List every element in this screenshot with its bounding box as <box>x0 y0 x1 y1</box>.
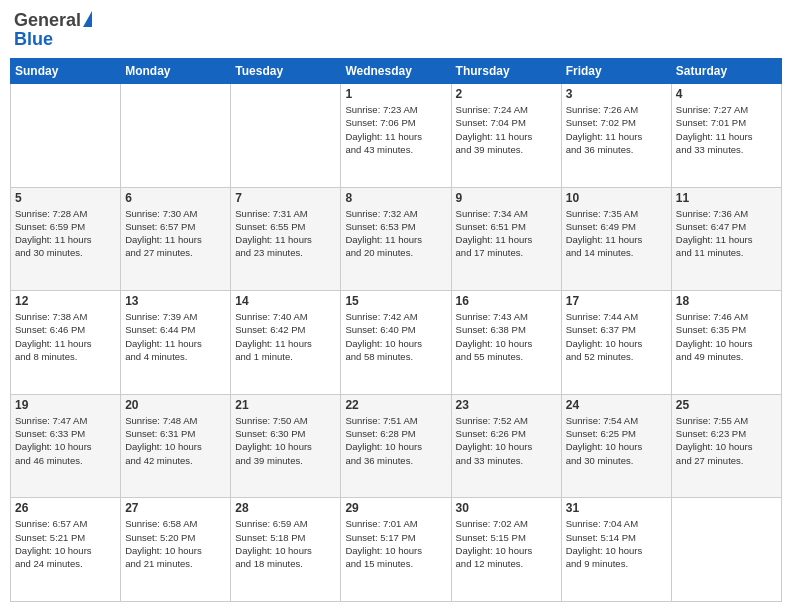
day-info: Sunrise: 7:36 AM Sunset: 6:47 PM Dayligh… <box>676 207 777 260</box>
day-number: 18 <box>676 294 777 308</box>
calendar-day-27: 27Sunrise: 6:58 AM Sunset: 5:20 PM Dayli… <box>121 498 231 602</box>
day-number: 7 <box>235 191 336 205</box>
calendar-day-12: 12Sunrise: 7:38 AM Sunset: 6:46 PM Dayli… <box>11 291 121 395</box>
day-number: 30 <box>456 501 557 515</box>
day-info: Sunrise: 7:23 AM Sunset: 7:06 PM Dayligh… <box>345 103 446 156</box>
day-info: Sunrise: 7:30 AM Sunset: 6:57 PM Dayligh… <box>125 207 226 260</box>
calendar-table: SundayMondayTuesdayWednesdayThursdayFrid… <box>10 58 782 602</box>
day-number: 17 <box>566 294 667 308</box>
empty-day-cell <box>121 84 231 188</box>
calendar-day-25: 25Sunrise: 7:55 AM Sunset: 6:23 PM Dayli… <box>671 394 781 498</box>
day-info: Sunrise: 7:55 AM Sunset: 6:23 PM Dayligh… <box>676 414 777 467</box>
day-number: 28 <box>235 501 336 515</box>
day-info: Sunrise: 7:24 AM Sunset: 7:04 PM Dayligh… <box>456 103 557 156</box>
day-info: Sunrise: 7:48 AM Sunset: 6:31 PM Dayligh… <box>125 414 226 467</box>
day-info: Sunrise: 7:02 AM Sunset: 5:15 PM Dayligh… <box>456 517 557 570</box>
page-header: General Blue <box>10 10 782 50</box>
calendar-week-row: 5Sunrise: 7:28 AM Sunset: 6:59 PM Daylig… <box>11 187 782 291</box>
day-number: 3 <box>566 87 667 101</box>
day-info: Sunrise: 7:38 AM Sunset: 6:46 PM Dayligh… <box>15 310 116 363</box>
empty-day-cell <box>231 84 341 188</box>
day-info: Sunrise: 7:31 AM Sunset: 6:55 PM Dayligh… <box>235 207 336 260</box>
day-number: 8 <box>345 191 446 205</box>
day-info: Sunrise: 7:27 AM Sunset: 7:01 PM Dayligh… <box>676 103 777 156</box>
day-number: 2 <box>456 87 557 101</box>
calendar-day-15: 15Sunrise: 7:42 AM Sunset: 6:40 PM Dayli… <box>341 291 451 395</box>
calendar-day-26: 26Sunrise: 6:57 AM Sunset: 5:21 PM Dayli… <box>11 498 121 602</box>
day-number: 25 <box>676 398 777 412</box>
day-number: 9 <box>456 191 557 205</box>
calendar-day-31: 31Sunrise: 7:04 AM Sunset: 5:14 PM Dayli… <box>561 498 671 602</box>
calendar-day-1: 1Sunrise: 7:23 AM Sunset: 7:06 PM Daylig… <box>341 84 451 188</box>
calendar-day-4: 4Sunrise: 7:27 AM Sunset: 7:01 PM Daylig… <box>671 84 781 188</box>
calendar-day-9: 9Sunrise: 7:34 AM Sunset: 6:51 PM Daylig… <box>451 187 561 291</box>
empty-day-cell <box>671 498 781 602</box>
day-info: Sunrise: 7:34 AM Sunset: 6:51 PM Dayligh… <box>456 207 557 260</box>
day-number: 19 <box>15 398 116 412</box>
calendar-day-8: 8Sunrise: 7:32 AM Sunset: 6:53 PM Daylig… <box>341 187 451 291</box>
calendar-day-23: 23Sunrise: 7:52 AM Sunset: 6:26 PM Dayli… <box>451 394 561 498</box>
calendar-day-21: 21Sunrise: 7:50 AM Sunset: 6:30 PM Dayli… <box>231 394 341 498</box>
calendar-day-16: 16Sunrise: 7:43 AM Sunset: 6:38 PM Dayli… <box>451 291 561 395</box>
calendar-day-13: 13Sunrise: 7:39 AM Sunset: 6:44 PM Dayli… <box>121 291 231 395</box>
calendar-week-row: 26Sunrise: 6:57 AM Sunset: 5:21 PM Dayli… <box>11 498 782 602</box>
calendar-day-7: 7Sunrise: 7:31 AM Sunset: 6:55 PM Daylig… <box>231 187 341 291</box>
day-number: 14 <box>235 294 336 308</box>
day-info: Sunrise: 7:01 AM Sunset: 5:17 PM Dayligh… <box>345 517 446 570</box>
calendar-day-30: 30Sunrise: 7:02 AM Sunset: 5:15 PM Dayli… <box>451 498 561 602</box>
day-number: 12 <box>15 294 116 308</box>
calendar-week-row: 12Sunrise: 7:38 AM Sunset: 6:46 PM Dayli… <box>11 291 782 395</box>
day-number: 21 <box>235 398 336 412</box>
day-info: Sunrise: 7:46 AM Sunset: 6:35 PM Dayligh… <box>676 310 777 363</box>
day-info: Sunrise: 6:58 AM Sunset: 5:20 PM Dayligh… <box>125 517 226 570</box>
day-number: 6 <box>125 191 226 205</box>
day-info: Sunrise: 7:42 AM Sunset: 6:40 PM Dayligh… <box>345 310 446 363</box>
day-number: 10 <box>566 191 667 205</box>
day-info: Sunrise: 7:26 AM Sunset: 7:02 PM Dayligh… <box>566 103 667 156</box>
logo-triangle-icon <box>83 11 92 27</box>
weekday-header-monday: Monday <box>121 59 231 84</box>
logo-general-text: General <box>14 10 81 31</box>
calendar-day-19: 19Sunrise: 7:47 AM Sunset: 6:33 PM Dayli… <box>11 394 121 498</box>
day-number: 26 <box>15 501 116 515</box>
weekday-header-sunday: Sunday <box>11 59 121 84</box>
calendar-day-29: 29Sunrise: 7:01 AM Sunset: 5:17 PM Dayli… <box>341 498 451 602</box>
day-info: Sunrise: 7:54 AM Sunset: 6:25 PM Dayligh… <box>566 414 667 467</box>
day-info: Sunrise: 7:50 AM Sunset: 6:30 PM Dayligh… <box>235 414 336 467</box>
calendar-day-17: 17Sunrise: 7:44 AM Sunset: 6:37 PM Dayli… <box>561 291 671 395</box>
day-info: Sunrise: 7:47 AM Sunset: 6:33 PM Dayligh… <box>15 414 116 467</box>
day-number: 5 <box>15 191 116 205</box>
weekday-header-wednesday: Wednesday <box>341 59 451 84</box>
calendar-day-11: 11Sunrise: 7:36 AM Sunset: 6:47 PM Dayli… <box>671 187 781 291</box>
day-info: Sunrise: 7:04 AM Sunset: 5:14 PM Dayligh… <box>566 517 667 570</box>
day-number: 24 <box>566 398 667 412</box>
calendar-day-22: 22Sunrise: 7:51 AM Sunset: 6:28 PM Dayli… <box>341 394 451 498</box>
logo: General Blue <box>14 10 92 50</box>
logo-blue-text: Blue <box>14 29 53 50</box>
calendar-day-3: 3Sunrise: 7:26 AM Sunset: 7:02 PM Daylig… <box>561 84 671 188</box>
empty-day-cell <box>11 84 121 188</box>
weekday-header-row: SundayMondayTuesdayWednesdayThursdayFrid… <box>11 59 782 84</box>
day-info: Sunrise: 7:32 AM Sunset: 6:53 PM Dayligh… <box>345 207 446 260</box>
calendar-day-24: 24Sunrise: 7:54 AM Sunset: 6:25 PM Dayli… <box>561 394 671 498</box>
day-number: 20 <box>125 398 226 412</box>
day-number: 16 <box>456 294 557 308</box>
day-number: 27 <box>125 501 226 515</box>
day-number: 15 <box>345 294 446 308</box>
calendar-day-6: 6Sunrise: 7:30 AM Sunset: 6:57 PM Daylig… <box>121 187 231 291</box>
weekday-header-thursday: Thursday <box>451 59 561 84</box>
day-number: 31 <box>566 501 667 515</box>
weekday-header-tuesday: Tuesday <box>231 59 341 84</box>
day-number: 23 <box>456 398 557 412</box>
day-info: Sunrise: 7:35 AM Sunset: 6:49 PM Dayligh… <box>566 207 667 260</box>
day-info: Sunrise: 7:43 AM Sunset: 6:38 PM Dayligh… <box>456 310 557 363</box>
weekday-header-saturday: Saturday <box>671 59 781 84</box>
day-info: Sunrise: 7:52 AM Sunset: 6:26 PM Dayligh… <box>456 414 557 467</box>
calendar-week-row: 19Sunrise: 7:47 AM Sunset: 6:33 PM Dayli… <box>11 394 782 498</box>
day-info: Sunrise: 7:28 AM Sunset: 6:59 PM Dayligh… <box>15 207 116 260</box>
day-number: 22 <box>345 398 446 412</box>
day-info: Sunrise: 7:40 AM Sunset: 6:42 PM Dayligh… <box>235 310 336 363</box>
calendar-week-row: 1Sunrise: 7:23 AM Sunset: 7:06 PM Daylig… <box>11 84 782 188</box>
calendar-day-10: 10Sunrise: 7:35 AM Sunset: 6:49 PM Dayli… <box>561 187 671 291</box>
day-info: Sunrise: 7:39 AM Sunset: 6:44 PM Dayligh… <box>125 310 226 363</box>
